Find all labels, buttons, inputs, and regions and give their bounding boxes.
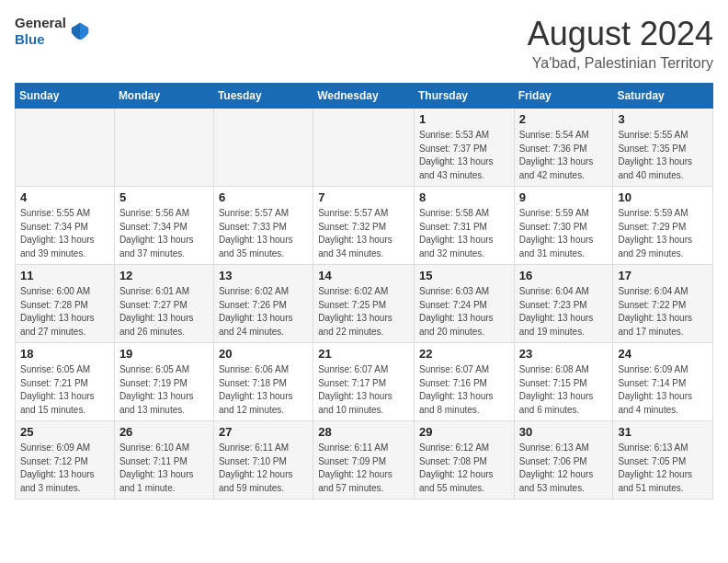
day-number: 23 bbox=[519, 347, 609, 361]
weekday-header-wednesday: Wednesday bbox=[313, 84, 415, 109]
day-info: Sunrise: 5:59 AM Sunset: 7:30 PM Dayligh… bbox=[519, 207, 609, 260]
calendar-cell: 8Sunrise: 5:58 AM Sunset: 7:31 PM Daylig… bbox=[414, 187, 514, 265]
calendar-cell: 25Sunrise: 6:09 AM Sunset: 7:12 PM Dayli… bbox=[16, 421, 115, 500]
calendar-cell: 5Sunrise: 5:56 AM Sunset: 7:34 PM Daylig… bbox=[114, 187, 213, 265]
day-info: Sunrise: 5:55 AM Sunset: 7:34 PM Dayligh… bbox=[20, 207, 109, 260]
day-number: 17 bbox=[618, 269, 708, 282]
logo-general: General bbox=[15, 15, 66, 30]
calendar-title: August 2024 bbox=[528, 15, 713, 53]
day-number: 1 bbox=[419, 112, 509, 126]
calendar-cell: 31Sunrise: 6:13 AM Sunset: 7:05 PM Dayli… bbox=[613, 421, 713, 500]
calendar-header: General Blue August 2024 Ya'bad, Palesti… bbox=[15, 15, 713, 72]
calendar-cell: 23Sunrise: 6:08 AM Sunset: 7:15 PM Dayli… bbox=[514, 343, 613, 421]
day-info: Sunrise: 5:56 AM Sunset: 7:34 PM Dayligh… bbox=[119, 207, 209, 260]
calendar-cell: 1Sunrise: 5:53 AM Sunset: 7:37 PM Daylig… bbox=[414, 109, 514, 187]
calendar-cell: 26Sunrise: 6:10 AM Sunset: 7:11 PM Dayli… bbox=[114, 421, 213, 500]
day-info: Sunrise: 5:57 AM Sunset: 7:32 PM Dayligh… bbox=[318, 207, 409, 260]
calendar-cell: 10Sunrise: 5:59 AM Sunset: 7:29 PM Dayli… bbox=[613, 187, 713, 265]
day-number: 10 bbox=[618, 190, 708, 204]
calendar-cell: 15Sunrise: 6:03 AM Sunset: 7:24 PM Dayli… bbox=[414, 265, 514, 343]
day-number: 22 bbox=[419, 347, 509, 361]
day-number: 5 bbox=[119, 190, 209, 204]
weekday-header-tuesday: Tuesday bbox=[213, 84, 313, 109]
weekday-header-friday: Friday bbox=[514, 84, 613, 109]
calendar-cell: 30Sunrise: 6:13 AM Sunset: 7:06 PM Dayli… bbox=[514, 421, 613, 500]
calendar-cell: 14Sunrise: 6:02 AM Sunset: 7:25 PM Dayli… bbox=[313, 265, 415, 343]
day-number: 6 bbox=[219, 190, 308, 204]
calendar-cell bbox=[313, 109, 415, 187]
week-row-2: 4Sunrise: 5:55 AM Sunset: 7:34 PM Daylig… bbox=[16, 187, 713, 265]
day-info: Sunrise: 6:03 AM Sunset: 7:24 PM Dayligh… bbox=[419, 285, 509, 339]
weekday-header-row: SundayMondayTuesdayWednesdayThursdayFrid… bbox=[16, 84, 713, 109]
logo: General Blue bbox=[15, 15, 90, 48]
day-number: 24 bbox=[618, 347, 708, 361]
day-number: 31 bbox=[618, 425, 708, 439]
day-info: Sunrise: 6:05 AM Sunset: 7:21 PM Dayligh… bbox=[20, 363, 109, 417]
calendar-cell: 22Sunrise: 6:07 AM Sunset: 7:16 PM Dayli… bbox=[414, 343, 514, 421]
weekday-header-monday: Monday bbox=[114, 84, 213, 109]
day-number: 25 bbox=[20, 425, 109, 439]
day-info: Sunrise: 6:13 AM Sunset: 7:06 PM Dayligh… bbox=[519, 442, 609, 495]
day-number: 26 bbox=[119, 425, 209, 439]
calendar-cell bbox=[114, 109, 213, 187]
calendar-cell: 12Sunrise: 6:01 AM Sunset: 7:27 PM Dayli… bbox=[114, 265, 213, 343]
day-info: Sunrise: 5:53 AM Sunset: 7:37 PM Dayligh… bbox=[419, 129, 509, 182]
day-number: 28 bbox=[318, 425, 409, 439]
day-info: Sunrise: 6:11 AM Sunset: 7:10 PM Dayligh… bbox=[219, 442, 308, 495]
day-info: Sunrise: 6:02 AM Sunset: 7:26 PM Dayligh… bbox=[219, 285, 308, 339]
calendar-cell bbox=[213, 109, 313, 187]
day-number: 12 bbox=[119, 269, 209, 282]
calendar-cell: 20Sunrise: 6:06 AM Sunset: 7:18 PM Dayli… bbox=[213, 343, 313, 421]
week-row-3: 11Sunrise: 6:00 AM Sunset: 7:28 PM Dayli… bbox=[16, 265, 713, 343]
day-info: Sunrise: 5:54 AM Sunset: 7:36 PM Dayligh… bbox=[519, 129, 609, 182]
day-number: 19 bbox=[119, 347, 209, 361]
day-info: Sunrise: 6:04 AM Sunset: 7:23 PM Dayligh… bbox=[519, 285, 609, 339]
calendar-table: SundayMondayTuesdayWednesdayThursdayFrid… bbox=[15, 83, 713, 500]
calendar-cell: 27Sunrise: 6:11 AM Sunset: 7:10 PM Dayli… bbox=[213, 421, 313, 500]
calendar-cell: 6Sunrise: 5:57 AM Sunset: 7:33 PM Daylig… bbox=[213, 187, 313, 265]
day-number: 16 bbox=[519, 269, 609, 282]
day-number: 29 bbox=[419, 425, 509, 439]
day-number: 8 bbox=[419, 190, 509, 204]
weekday-header-saturday: Saturday bbox=[613, 84, 713, 109]
day-number: 4 bbox=[20, 190, 109, 204]
day-info: Sunrise: 6:07 AM Sunset: 7:17 PM Dayligh… bbox=[318, 363, 409, 417]
day-number: 11 bbox=[20, 269, 109, 282]
day-info: Sunrise: 6:09 AM Sunset: 7:14 PM Dayligh… bbox=[618, 363, 708, 417]
day-info: Sunrise: 5:57 AM Sunset: 7:33 PM Dayligh… bbox=[219, 207, 308, 260]
weekday-header-thursday: Thursday bbox=[414, 84, 514, 109]
week-row-5: 25Sunrise: 6:09 AM Sunset: 7:12 PM Dayli… bbox=[16, 421, 713, 500]
day-info: Sunrise: 6:13 AM Sunset: 7:05 PM Dayligh… bbox=[618, 442, 708, 495]
day-number: 15 bbox=[419, 269, 509, 282]
calendar-cell: 11Sunrise: 6:00 AM Sunset: 7:28 PM Dayli… bbox=[16, 265, 115, 343]
calendar-cell: 29Sunrise: 6:12 AM Sunset: 7:08 PM Dayli… bbox=[414, 421, 514, 500]
calendar-cell: 19Sunrise: 6:05 AM Sunset: 7:19 PM Dayli… bbox=[114, 343, 213, 421]
logo-blue: Blue bbox=[15, 31, 45, 47]
week-row-4: 18Sunrise: 6:05 AM Sunset: 7:21 PM Dayli… bbox=[16, 343, 713, 421]
day-number: 27 bbox=[219, 425, 308, 439]
calendar-cell bbox=[16, 109, 115, 187]
day-info: Sunrise: 6:06 AM Sunset: 7:18 PM Dayligh… bbox=[219, 363, 308, 417]
day-info: Sunrise: 6:10 AM Sunset: 7:11 PM Dayligh… bbox=[119, 442, 209, 495]
day-info: Sunrise: 6:00 AM Sunset: 7:28 PM Dayligh… bbox=[20, 285, 109, 339]
calendar-cell: 7Sunrise: 5:57 AM Sunset: 7:32 PM Daylig… bbox=[313, 187, 415, 265]
day-info: Sunrise: 6:02 AM Sunset: 7:25 PM Dayligh… bbox=[318, 285, 409, 339]
calendar-cell: 4Sunrise: 5:55 AM Sunset: 7:34 PM Daylig… bbox=[16, 187, 115, 265]
day-info: Sunrise: 5:55 AM Sunset: 7:35 PM Dayligh… bbox=[618, 129, 708, 182]
day-number: 20 bbox=[219, 347, 308, 361]
calendar-cell: 13Sunrise: 6:02 AM Sunset: 7:26 PM Dayli… bbox=[213, 265, 313, 343]
day-info: Sunrise: 5:58 AM Sunset: 7:31 PM Dayligh… bbox=[419, 207, 509, 260]
day-number: 18 bbox=[20, 347, 109, 361]
day-info: Sunrise: 6:05 AM Sunset: 7:19 PM Dayligh… bbox=[119, 363, 209, 417]
day-number: 7 bbox=[318, 190, 409, 204]
calendar-cell: 28Sunrise: 6:11 AM Sunset: 7:09 PM Dayli… bbox=[313, 421, 415, 500]
day-info: Sunrise: 6:04 AM Sunset: 7:22 PM Dayligh… bbox=[618, 285, 708, 339]
weekday-header-sunday: Sunday bbox=[16, 84, 115, 109]
day-number: 14 bbox=[318, 269, 409, 282]
day-number: 21 bbox=[318, 347, 409, 361]
calendar-cell: 17Sunrise: 6:04 AM Sunset: 7:22 PM Dayli… bbox=[613, 265, 713, 343]
day-number: 2 bbox=[519, 112, 609, 126]
calendar-cell: 21Sunrise: 6:07 AM Sunset: 7:17 PM Dayli… bbox=[313, 343, 415, 421]
calendar-cell: 16Sunrise: 6:04 AM Sunset: 7:23 PM Dayli… bbox=[514, 265, 613, 343]
week-row-1: 1Sunrise: 5:53 AM Sunset: 7:37 PM Daylig… bbox=[16, 109, 713, 187]
